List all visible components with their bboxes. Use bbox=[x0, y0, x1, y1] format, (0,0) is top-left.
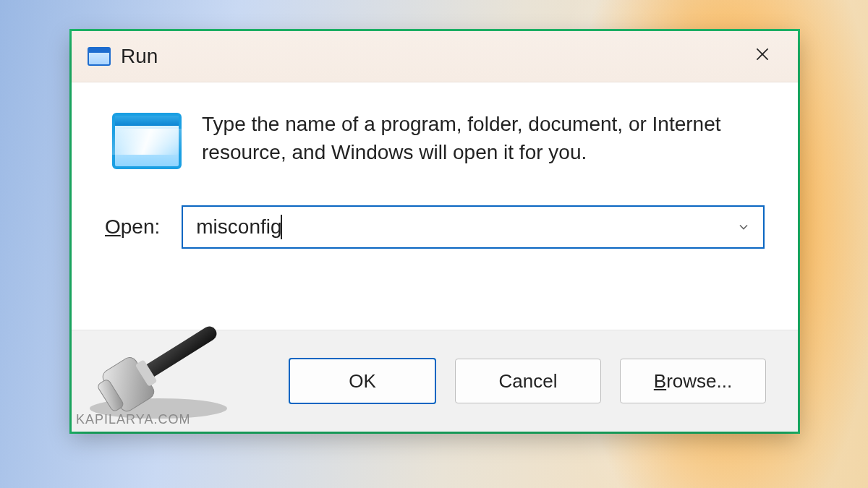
instruction-row: Type the name of a program, folder, docu… bbox=[105, 110, 765, 169]
open-label: Open: bbox=[105, 215, 160, 239]
svg-rect-5 bbox=[97, 378, 125, 412]
dialog-footer: OK Cancel Browse... bbox=[72, 330, 798, 432]
open-combobox[interactable] bbox=[182, 205, 765, 249]
close-icon bbox=[753, 44, 772, 69]
svg-point-2 bbox=[90, 398, 227, 419]
ok-button-label: OK bbox=[349, 370, 376, 393]
dialog-title: Run bbox=[121, 45, 158, 68]
browse-button[interactable]: Browse... bbox=[620, 359, 766, 403]
text-caret bbox=[281, 215, 282, 239]
run-large-icon bbox=[112, 113, 182, 169]
chevron-down-icon[interactable] bbox=[731, 220, 756, 234]
close-button[interactable] bbox=[734, 31, 791, 82]
svg-rect-6 bbox=[135, 359, 158, 387]
svg-rect-3 bbox=[119, 324, 219, 393]
cancel-button-label: Cancel bbox=[499, 370, 558, 393]
browse-button-label: Browse... bbox=[654, 370, 732, 393]
dialog-body: Type the name of a program, folder, docu… bbox=[72, 82, 798, 330]
run-dialog: Run Type the name of a program, folder, … bbox=[72, 31, 798, 432]
svg-rect-4 bbox=[100, 355, 156, 414]
titlebar[interactable]: Run bbox=[72, 31, 798, 82]
open-input[interactable] bbox=[195, 215, 731, 239]
open-row: Open: bbox=[105, 205, 765, 249]
instruction-text: Type the name of a program, folder, docu… bbox=[202, 110, 752, 166]
run-icon bbox=[88, 47, 111, 66]
watermark-text: KAPILARYA.COM bbox=[76, 412, 190, 427]
cancel-button[interactable]: Cancel bbox=[455, 359, 601, 403]
ok-button[interactable]: OK bbox=[289, 358, 436, 404]
desktop-background: Run Type the name of a program, folder, … bbox=[0, 0, 868, 488]
